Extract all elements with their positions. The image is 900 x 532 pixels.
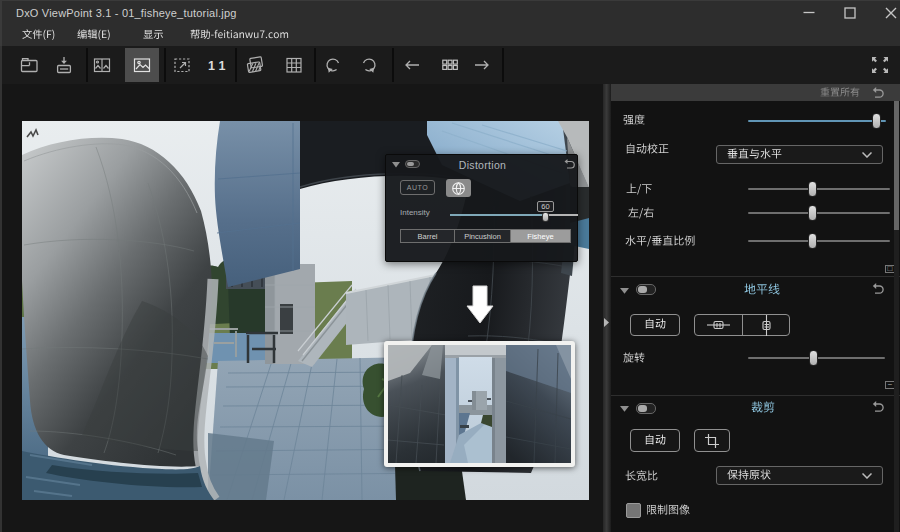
svg-text:1 1: 1 1 (208, 59, 225, 73)
